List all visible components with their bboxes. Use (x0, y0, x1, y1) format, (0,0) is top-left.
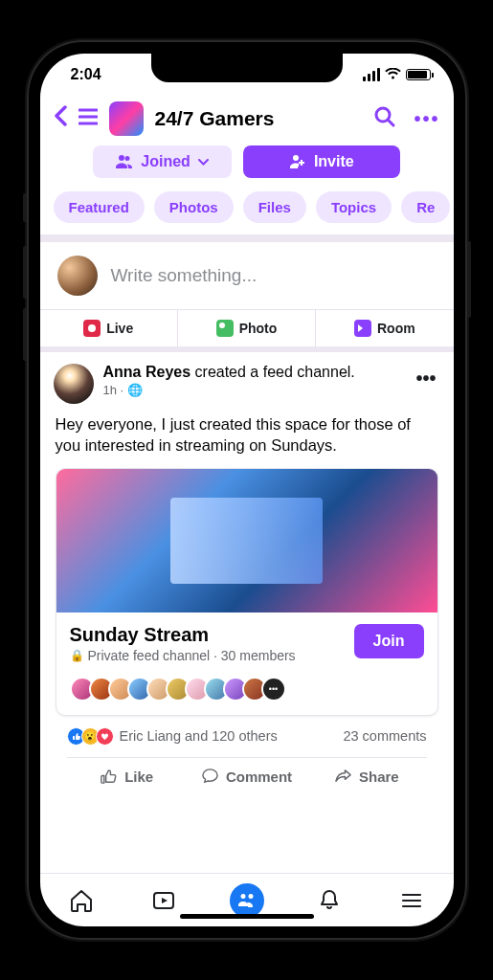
live-button[interactable]: Live (40, 310, 178, 346)
photo-button[interactable]: Photo (178, 310, 316, 346)
nav-watch[interactable] (123, 887, 205, 914)
tab-more[interactable]: Re (401, 191, 450, 223)
love-reaction-icon (96, 727, 114, 746)
wifi-icon (385, 67, 401, 83)
channel-image (56, 469, 437, 612)
comment-button[interactable]: Comment (187, 758, 306, 795)
post-author[interactable]: Anna Reyes (103, 364, 191, 380)
member-avatars[interactable]: ••• (56, 677, 437, 715)
reactions-text[interactable]: Eric Liang and 120 others (120, 728, 344, 744)
composer[interactable]: Write something... (40, 242, 454, 309)
hamburger-icon (398, 887, 425, 914)
groups-icon (230, 883, 264, 918)
join-label: Join (373, 633, 405, 649)
battery-icon (406, 69, 431, 80)
live-icon (83, 320, 101, 337)
photo-label: Photo (239, 321, 278, 336)
globe-icon: 🌐 (127, 383, 143, 397)
bell-icon (316, 887, 343, 914)
more-icon[interactable]: ••• (414, 108, 439, 130)
invite-label: Invite (314, 153, 354, 170)
post-menu-icon[interactable]: ••• (412, 364, 439, 393)
tab-topics[interactable]: Topics (316, 191, 392, 223)
invite-button[interactable]: Invite (243, 145, 400, 178)
user-avatar[interactable] (57, 256, 98, 296)
share-icon (334, 768, 352, 786)
home-indicator[interactable] (180, 914, 314, 919)
chevron-down-icon (198, 159, 209, 166)
post-body: Hey everyone, I just created this space … (54, 404, 440, 468)
comment-icon (201, 768, 219, 786)
nav-notifications[interactable] (288, 887, 370, 914)
post-time: 1h · 🌐 (103, 383, 403, 397)
status-time: 2:04 (71, 66, 101, 83)
tabs: Featured Photos Files Topics Re (40, 188, 454, 234)
back-icon[interactable] (54, 105, 67, 132)
watch-icon (150, 887, 177, 914)
post-action-text: created a feed channel. (195, 364, 355, 380)
nav-menu[interactable] (370, 887, 453, 914)
home-icon (68, 887, 95, 914)
room-label: Room (377, 321, 415, 336)
room-icon (354, 320, 371, 337)
tab-files[interactable]: Files (243, 191, 306, 223)
signal-icon (363, 68, 380, 81)
search-icon[interactable] (373, 105, 396, 132)
joined-button[interactable]: Joined (93, 145, 232, 178)
room-button[interactable]: Room (316, 310, 453, 346)
joined-label: Joined (141, 153, 190, 170)
thumb-icon (100, 768, 118, 786)
channel-card[interactable]: Sunday Stream 🔒 Private feed channel · 3… (56, 468, 438, 716)
like-button[interactable]: Like (67, 758, 187, 795)
share-label: Share (359, 768, 399, 785)
like-label: Like (124, 768, 153, 785)
comment-label: Comment (226, 768, 292, 785)
group-icon (116, 154, 133, 169)
nav-groups[interactable] (205, 883, 287, 918)
tab-featured[interactable]: Featured (54, 191, 145, 223)
tab-photos[interactable]: Photos (154, 191, 234, 223)
invite-icon (289, 154, 306, 169)
menu-icon[interactable] (78, 106, 98, 131)
group-avatar[interactable] (109, 101, 144, 136)
share-button[interactable]: Share (306, 758, 426, 795)
nav-home[interactable] (40, 887, 123, 914)
composer-input[interactable]: Write something... (111, 265, 258, 286)
photo-icon (216, 320, 234, 337)
lock-icon: 🔒 (70, 649, 84, 662)
channel-subtitle: Private feed channel · 30 members (88, 648, 296, 663)
group-title[interactable]: 24/7 Gamers (155, 107, 363, 130)
post-author-avatar[interactable] (54, 364, 94, 404)
comments-count[interactable]: 23 comments (343, 728, 426, 744)
join-button[interactable]: Join (354, 624, 424, 658)
reaction-icons[interactable]: 😮 (67, 727, 114, 746)
live-label: Live (106, 321, 133, 336)
channel-title: Sunday Stream (70, 624, 345, 646)
